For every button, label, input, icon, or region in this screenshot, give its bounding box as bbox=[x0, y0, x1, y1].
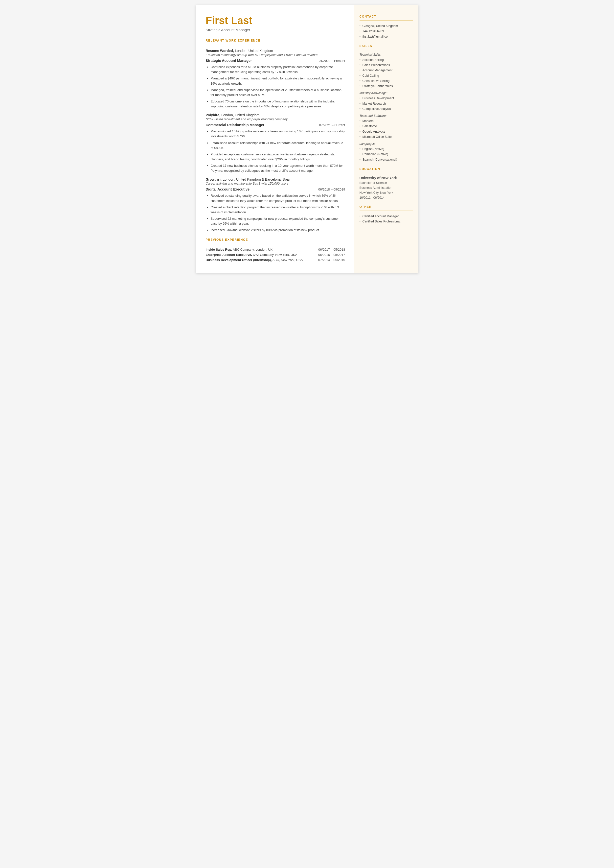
job-3-employer-location: London, United Kingdom & Barcelona, Spai… bbox=[223, 177, 291, 182]
prev-exp-rest-1: ABC Company, London, UK bbox=[232, 248, 273, 252]
skill-item: Spanish (Conversational) bbox=[360, 157, 413, 162]
tools-skills-label: Tools and Software: bbox=[360, 114, 413, 118]
job-3-employer-desc: Career training and membership SaaS with… bbox=[206, 182, 345, 185]
tools-skills-list: Marketo Salesforce Google Analytics Micr… bbox=[360, 118, 413, 140]
edu-location: New York City, New York bbox=[360, 190, 413, 195]
candidate-subtitle: Strategic Account Manager bbox=[206, 28, 345, 32]
other-list: Certified Account Manager. Certified Sal… bbox=[360, 214, 413, 224]
prev-exp-left-1: Inside Sales Rep, ABC Company, London, U… bbox=[206, 248, 318, 252]
list-item: Established account relationships with 2… bbox=[211, 141, 345, 151]
previous-experience-section-title: PREVIOUS EXPERIENCE bbox=[206, 238, 345, 242]
left-column: First Last Strategic Account Manager REL… bbox=[196, 5, 354, 273]
skill-item: Strategic Partnerships bbox=[360, 84, 413, 89]
other-item: Certified Account Manager. bbox=[360, 214, 413, 219]
list-item: Created 17 new business pitches resultin… bbox=[211, 163, 345, 173]
list-item: Provided exceptional customer service vi… bbox=[211, 152, 345, 162]
right-column: CONTACT Glasgow, United Kingdom +44 1234… bbox=[354, 5, 419, 273]
skill-item: Account Management bbox=[360, 68, 413, 73]
industry-skills-list: Business Development Market Research Com… bbox=[360, 96, 413, 112]
list-item: Masterminded 10 high-profile national co… bbox=[211, 129, 345, 139]
edu-school: University of New York bbox=[360, 176, 413, 180]
job-3-dates: 06/2018 – 09/2019 bbox=[318, 188, 345, 191]
job-1-employer-name: Resume Worded, bbox=[206, 49, 234, 53]
edu-degree: Bachelor of Science bbox=[360, 180, 413, 185]
edu-field: Business Administration bbox=[360, 185, 413, 190]
list-item: Created a client retention program that … bbox=[211, 205, 345, 215]
prev-exp-bold-2: Enterprise Account Executive, bbox=[206, 253, 252, 256]
skill-item: Business Development bbox=[360, 96, 413, 101]
industry-skills-label: Industry Knowledge: bbox=[360, 91, 413, 95]
job-1-dates: 01/2022 – Present bbox=[319, 59, 345, 63]
job-3-role-row: Digital Account Executive 06/2018 – 09/2… bbox=[206, 187, 345, 191]
prev-exp-bold-1: Inside Sales Rep, bbox=[206, 248, 232, 252]
job-1-employer-location: London, United Kingdom bbox=[235, 49, 273, 53]
prev-exp-rest-3: ABC, New York, USA bbox=[272, 258, 303, 262]
prev-exp-bold-3: Business Development Officer (Internship… bbox=[206, 258, 272, 262]
contact-list: Glasgow, United Kingdom +44 123456789 fi… bbox=[360, 23, 413, 39]
work-experience-divider bbox=[206, 45, 345, 45]
job-2-employer-name: Polyhire, bbox=[206, 113, 220, 117]
prev-exp-dates-2: 06/2016 – 05/2017 bbox=[318, 253, 345, 256]
skill-item: Cold Calling bbox=[360, 73, 413, 78]
languages-label: Languages: bbox=[360, 142, 413, 146]
job-2-role-row: Commercial Relationship Manager 07/2021 … bbox=[206, 123, 345, 127]
resume-container: First Last Strategic Account Manager REL… bbox=[196, 5, 419, 273]
contact-item-location: Glasgow, United Kingdom bbox=[360, 23, 413, 29]
list-item: Controlled expenses for a $10M business … bbox=[211, 65, 345, 75]
prev-exp-row-1: Inside Sales Rep, ABC Company, London, U… bbox=[206, 248, 345, 252]
list-item: Received outstanding quality award based… bbox=[211, 193, 345, 203]
skill-item: Market Research bbox=[360, 101, 413, 106]
skill-item: Solution Selling bbox=[360, 57, 413, 63]
prev-exp-left-3: Business Development Officer (Internship… bbox=[206, 258, 318, 262]
skill-item: Salesforce bbox=[360, 124, 413, 129]
contact-item-phone: +44 123456789 bbox=[360, 29, 413, 34]
job-2-bullets: Masterminded 10 high-profile national co… bbox=[206, 129, 345, 173]
education-section-title: EDUCATION bbox=[360, 167, 413, 171]
job-1-header: Resume Worded, London, United Kingdom Ed… bbox=[206, 48, 345, 57]
job-2-employer-row: Polyhire, London, United Kingdom bbox=[206, 113, 345, 117]
job-2-employer-location: London, United Kingdom bbox=[221, 113, 259, 117]
prev-exp-row-3: Business Development Officer (Internship… bbox=[206, 258, 345, 262]
list-item: Educated 70 customers on the importance … bbox=[211, 99, 345, 109]
list-item: Managed, trained, and supervised the ope… bbox=[211, 88, 345, 98]
job-1-title: Strategic Account Manager bbox=[206, 59, 252, 63]
job-2-dates: 07/2021 – Current bbox=[319, 123, 345, 127]
job-3-employer-name: Growthsi, bbox=[206, 177, 222, 182]
skills-section-title: SKILLS bbox=[360, 44, 413, 48]
prev-exp-dates-1: 06/2017 – 05/2018 bbox=[318, 248, 345, 252]
other-section-title: OTHER bbox=[360, 205, 413, 209]
job-3-header: Growthsi, London, United Kingdom & Barce… bbox=[206, 177, 345, 185]
edu-dates: 10/2011 - 06/2014 bbox=[360, 195, 413, 200]
job-2-header: Polyhire, London, United Kingdom NYSE-li… bbox=[206, 113, 345, 121]
previous-experience-divider bbox=[206, 244, 345, 244]
job-1-bullets: Controlled expenses for a $10M business … bbox=[206, 65, 345, 109]
skill-item: English (Native) bbox=[360, 146, 413, 152]
job-3-employer-row: Growthsi, London, United Kingdom & Barce… bbox=[206, 177, 345, 182]
prev-exp-row-2: Enterprise Account Executive, XYZ Compan… bbox=[206, 253, 345, 256]
contact-item-email: first.last@gmail.com bbox=[360, 34, 413, 39]
list-item: Increased Growthsi website visitors by 8… bbox=[211, 228, 345, 233]
list-item: Managed a $40K per month investment port… bbox=[211, 76, 345, 86]
job-2-employer-desc: NYSE-listed recruitment and employer bra… bbox=[206, 117, 345, 121]
job-1-employer-row: Resume Worded, London, United Kingdom bbox=[206, 48, 345, 53]
prev-exp-rest-2: XYZ Company, New York, USA bbox=[252, 253, 297, 256]
job-2-title: Commercial Relationship Manager bbox=[206, 123, 265, 127]
skill-item: Competitive Analysis bbox=[360, 106, 413, 112]
prev-exp-dates-3: 07/2014 – 05/2015 bbox=[318, 258, 345, 262]
skills-divider bbox=[360, 50, 413, 50]
skill-item: Marketo bbox=[360, 118, 413, 124]
skill-item: Microsoft Office Suite bbox=[360, 134, 413, 140]
other-item: Certified Sales Professional. bbox=[360, 219, 413, 224]
technical-skills-list: Solution Selling Sales Presentations Acc… bbox=[360, 57, 413, 89]
job-3-title: Digital Account Executive bbox=[206, 187, 250, 191]
skill-item: Romanian (Native) bbox=[360, 152, 413, 157]
skill-item: Consultative Selling bbox=[360, 78, 413, 84]
skill-item: Sales Presentations bbox=[360, 63, 413, 68]
job-1-role-row: Strategic Account Manager 01/2022 – Pres… bbox=[206, 59, 345, 63]
list-item: Supervised 22 marketing campaigns for ne… bbox=[211, 216, 345, 226]
job-3-bullets: Received outstanding quality award based… bbox=[206, 193, 345, 233]
previous-experience-table: Inside Sales Rep, ABC Company, London, U… bbox=[206, 248, 345, 262]
job-1-employer-desc: Education technology startup with 50+ em… bbox=[206, 53, 345, 57]
prev-exp-left-2: Enterprise Account Executive, XYZ Compan… bbox=[206, 253, 318, 256]
candidate-name: First Last bbox=[206, 15, 345, 26]
